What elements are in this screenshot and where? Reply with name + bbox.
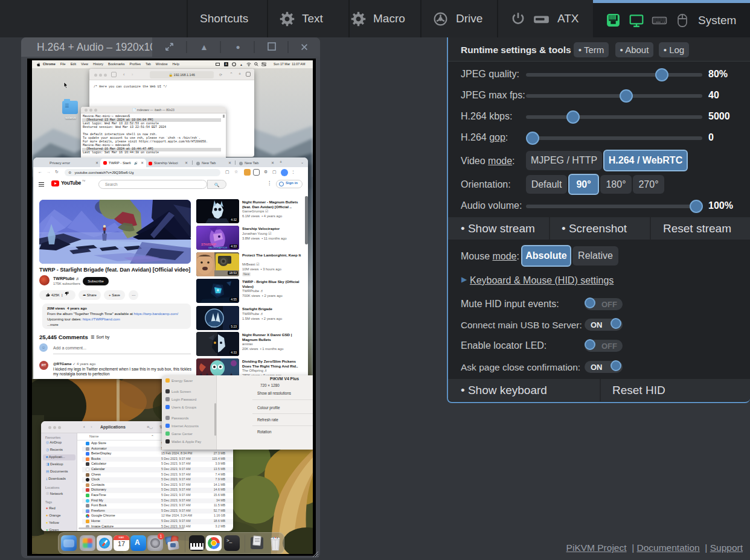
svg-text:1982: 1982 — [211, 325, 217, 328]
svg-text:VELOCIRAPTOR: VELOCIRAPTOR — [208, 246, 227, 249]
